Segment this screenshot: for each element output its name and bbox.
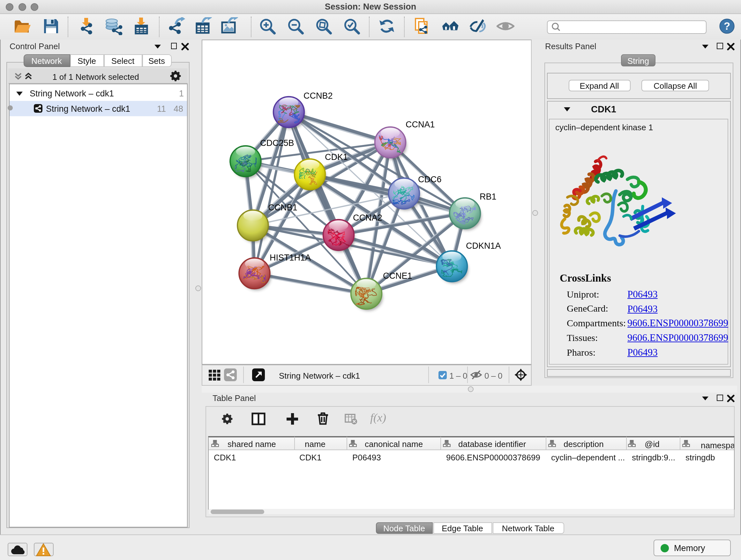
- svg-text:CCNA2: CCNA2: [353, 213, 382, 223]
- svg-text:HIST1H1A: HIST1H1A: [269, 253, 311, 262]
- svg-text:RB1: RB1: [479, 192, 496, 201]
- svg-text:CDKN1A: CDKN1A: [466, 241, 501, 251]
- svg-text:CDC25B: CDC25B: [260, 138, 294, 148]
- svg-text:CCNB1: CCNB1: [268, 203, 297, 212]
- svg-text:CCNE1: CCNE1: [383, 271, 412, 281]
- svg-text:CCNB2: CCNB2: [303, 91, 333, 101]
- svg-text:?: ?: [724, 20, 730, 32]
- svg-text:CDK1: CDK1: [325, 152, 347, 162]
- svg-text:CDC6: CDC6: [418, 175, 441, 184]
- svg-text:CCNA1: CCNA1: [405, 120, 434, 129]
